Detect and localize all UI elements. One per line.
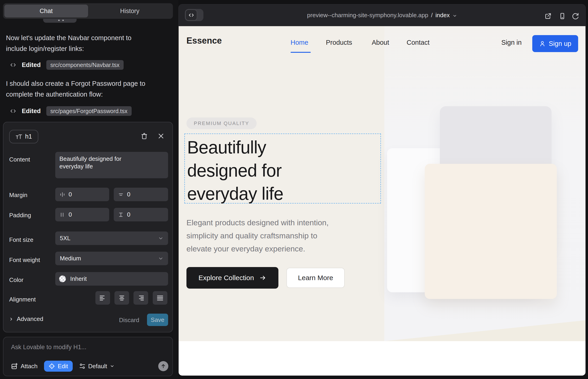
margin-label: Margin bbox=[9, 191, 27, 199]
margin-horizontal-icon bbox=[59, 191, 65, 198]
element-tag-label: h1 bbox=[25, 133, 32, 140]
scrolled-badge-remnant bbox=[43, 19, 77, 23]
sign-up-button[interactable]: Sign up bbox=[532, 35, 578, 52]
chevron-down-icon bbox=[110, 364, 114, 368]
premium-quality-badge: PREMIUM QUALITY bbox=[186, 117, 257, 129]
arrow-up-icon bbox=[160, 363, 166, 369]
mode-select[interactable]: Default bbox=[79, 363, 114, 370]
image-plus-icon bbox=[11, 363, 18, 370]
edited-file-row: Edited src/components/Navbar.tsx bbox=[10, 60, 124, 70]
file-badge[interactable]: src/components/Navbar.tsx bbox=[46, 60, 124, 70]
color-swatch-transparent bbox=[59, 275, 66, 283]
margin-x-input[interactable]: 0 bbox=[55, 188, 109, 201]
hero-headline[interactable]: Beautifully designed for everyday life bbox=[187, 136, 283, 205]
advanced-toggle[interactable]: Advanced bbox=[9, 316, 43, 323]
padding-label: Padding bbox=[9, 212, 31, 219]
nav-link-about[interactable]: About bbox=[372, 39, 389, 46]
chat-history-tab-bar: Chat History bbox=[3, 3, 173, 19]
close-icon bbox=[157, 133, 164, 140]
hero-subtext: Elegant products designed with intention… bbox=[186, 216, 329, 255]
chat-panel: Chat History Now let's update the Navbar… bbox=[0, 0, 178, 379]
content-input[interactable]: Beautifully designed for everyday life bbox=[55, 152, 168, 178]
close-panel-button[interactable] bbox=[157, 133, 164, 140]
preview-url-bar[interactable]: preview--charming-site-symphony.lovable.… bbox=[179, 4, 586, 26]
preview-url-domain: preview--charming-site-symphony.lovable.… bbox=[307, 12, 428, 19]
nav-active-underline bbox=[291, 52, 311, 53]
file-badge[interactable]: src/pages/ForgotPassword.tsx bbox=[46, 106, 132, 116]
refresh-button[interactable] bbox=[572, 12, 579, 20]
margin-vertical-icon bbox=[118, 191, 124, 198]
assistant-message: Now let's update the Navbar component to… bbox=[6, 32, 153, 54]
refresh-icon bbox=[572, 12, 579, 20]
edited-label: Edited bbox=[22, 62, 41, 69]
chevron-down-icon bbox=[158, 256, 164, 261]
align-center-icon bbox=[119, 295, 125, 301]
nav-link-products[interactable]: Products bbox=[326, 39, 352, 46]
element-editor-panel: h1 Content Beautifully designed for ever… bbox=[3, 122, 173, 332]
save-button[interactable]: Save bbox=[147, 314, 168, 326]
padding-horizontal-icon bbox=[59, 212, 65, 218]
chat-composer: Attach Edit Default bbox=[3, 337, 173, 376]
preview-url-page: index bbox=[435, 12, 450, 19]
hero-card-beige bbox=[425, 164, 557, 299]
composer-toolbar: Attach Edit Default bbox=[11, 361, 168, 372]
open-in-new-tab-button[interactable] bbox=[544, 12, 552, 20]
attach-button[interactable]: Attach bbox=[11, 363, 38, 370]
font-size-label: Font size bbox=[9, 236, 33, 243]
margin-y-input[interactable]: 0 bbox=[114, 188, 168, 201]
align-right-button[interactable] bbox=[134, 291, 148, 305]
edit-mode-button[interactable]: Edit bbox=[44, 361, 73, 372]
content-label: Content bbox=[9, 156, 30, 163]
tab-chat[interactable]: Chat bbox=[4, 5, 88, 17]
font-weight-label: Font weight bbox=[9, 256, 40, 264]
align-left-icon bbox=[100, 295, 106, 301]
discard-button[interactable]: Discard bbox=[119, 316, 139, 324]
arrow-right-icon bbox=[259, 274, 266, 281]
align-left-button[interactable] bbox=[95, 291, 110, 305]
chevron-right-icon bbox=[9, 317, 14, 321]
code-icon bbox=[10, 108, 16, 114]
preview-window: preview--charming-site-symphony.lovable.… bbox=[178, 4, 586, 376]
padding-vertical-icon bbox=[118, 212, 124, 218]
align-right-icon bbox=[138, 295, 144, 301]
explore-collection-button[interactable]: Explore Collection bbox=[186, 267, 279, 289]
edited-label: Edited bbox=[22, 108, 41, 115]
assistant-message: I should also create a Forgot Password p… bbox=[6, 78, 162, 100]
color-select[interactable]: Inherit bbox=[55, 272, 168, 286]
chevron-down-icon bbox=[158, 236, 164, 241]
align-justify-button[interactable] bbox=[153, 291, 167, 305]
learn-more-button[interactable]: Learn More bbox=[286, 268, 345, 288]
element-tag-pill[interactable]: h1 bbox=[9, 130, 38, 143]
font-size-select[interactable]: 5XL bbox=[55, 232, 168, 245]
code-icon bbox=[10, 62, 16, 68]
tab-history[interactable]: History bbox=[88, 5, 172, 17]
external-link-icon bbox=[544, 12, 552, 20]
composer-input[interactable] bbox=[11, 344, 160, 351]
smartphone-icon bbox=[559, 12, 566, 20]
color-label: Color bbox=[9, 276, 23, 284]
padding-x-input[interactable]: 0 bbox=[55, 208, 109, 221]
edited-file-row: Edited src/pages/ForgotPassword.tsx bbox=[10, 106, 132, 116]
send-button[interactable] bbox=[158, 361, 168, 371]
site-preview: Essence Home Products About Contact Sign… bbox=[179, 26, 586, 376]
nav-link-home[interactable]: Home bbox=[291, 39, 308, 46]
font-weight-select[interactable]: Medium bbox=[55, 252, 168, 265]
sign-in-link[interactable]: Sign in bbox=[501, 39, 522, 46]
user-icon bbox=[539, 40, 546, 47]
align-center-button[interactable] bbox=[114, 291, 129, 305]
mobile-view-button[interactable] bbox=[559, 12, 566, 20]
target-icon bbox=[49, 363, 55, 369]
text-size-icon bbox=[15, 133, 22, 140]
preview-url-separator: / bbox=[431, 12, 433, 19]
trash-icon bbox=[140, 132, 148, 140]
site-logo[interactable]: Essence bbox=[186, 36, 222, 46]
nav-link-contact[interactable]: Contact bbox=[407, 39, 430, 46]
alignment-label: Alignment bbox=[9, 296, 36, 303]
hero-section: Essence Home Products About Contact Sign… bbox=[179, 26, 586, 341]
padding-y-input[interactable]: 0 bbox=[114, 208, 168, 221]
delete-element-button[interactable] bbox=[140, 132, 148, 140]
chevron-down-icon bbox=[452, 14, 457, 18]
align-justify-icon bbox=[157, 295, 163, 301]
sliders-icon bbox=[79, 363, 86, 369]
